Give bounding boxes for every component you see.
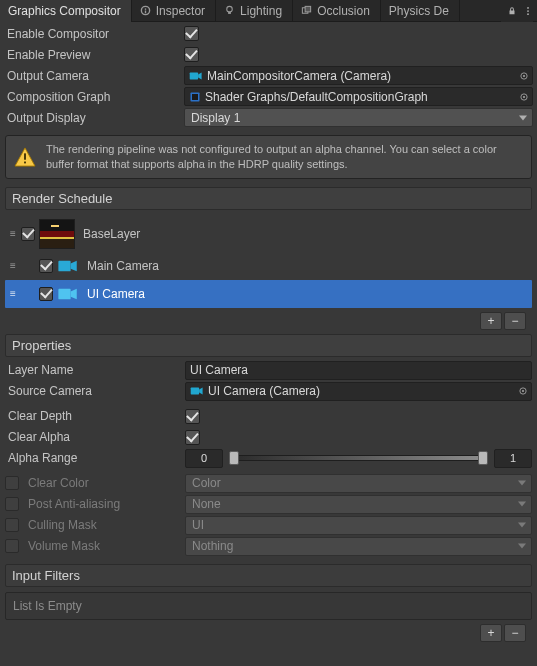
tab-label: Lighting [240, 4, 282, 18]
tab-graphics-compositor[interactable]: Graphics Compositor [0, 0, 132, 22]
layer-add-remove-bar: + − [5, 310, 532, 332]
clear-alpha-checkbox[interactable] [185, 430, 200, 445]
field-text: MainCompositorCamera (Camera) [207, 69, 391, 83]
svg-rect-14 [192, 94, 198, 100]
dropdown-value: Display 1 [191, 111, 240, 125]
chevron-down-icon [518, 502, 526, 507]
render-schedule-list: ≡ BaseLayer ≡ Main Camera ≡ UI Camera [0, 212, 537, 308]
camera-icon [57, 287, 79, 301]
object-picker-icon[interactable] [518, 386, 528, 396]
override-toggle[interactable] [5, 539, 19, 553]
alpha-range-max[interactable]: 1 [494, 449, 532, 468]
remove-filter-button[interactable]: − [504, 624, 526, 642]
section-title: Properties [12, 338, 71, 353]
source-camera-field[interactable]: UI Camera (Camera) [185, 382, 532, 401]
slider-track[interactable] [229, 455, 488, 461]
tab-label: Occlusion [317, 4, 370, 18]
tab-occlusion[interactable]: Occlusion [293, 0, 381, 22]
enable-compositor-checkbox[interactable] [184, 26, 199, 41]
properties-header: Properties [5, 334, 532, 357]
output-display-dropdown[interactable]: Display 1 [184, 108, 533, 127]
label: Alpha Range [5, 451, 185, 465]
camera-icon [190, 386, 204, 396]
dropdown-value: Color [192, 476, 221, 490]
row-composition-graph: Composition Graph Shader Graphs/DefaultC… [4, 87, 533, 106]
override-toggle[interactable] [5, 518, 19, 532]
row-output-camera: Output Camera MainCompositorCamera (Came… [4, 66, 533, 85]
output-camera-field[interactable]: MainCompositorCamera (Camera) [184, 66, 533, 85]
row-culling-mask: Culling Mask UI [5, 516, 532, 535]
object-picker-icon[interactable] [519, 71, 529, 81]
alpha-range-min[interactable]: 0 [185, 449, 223, 468]
lightbulb-icon [224, 5, 235, 16]
svg-point-7 [527, 7, 529, 9]
label: Clear Color [25, 476, 185, 490]
tab-inspector[interactable]: Inspector [132, 0, 216, 22]
svg-point-12 [523, 75, 525, 77]
row-post-aa: Post Anti-aliasing None [5, 495, 532, 514]
slider-thumb-max[interactable] [478, 451, 488, 465]
layer-enable-checkbox[interactable] [21, 227, 35, 241]
input-filters-list: List Is Empty [5, 592, 532, 620]
layer-enable-checkbox[interactable] [39, 259, 53, 273]
row-clear-depth: Clear Depth [5, 407, 532, 426]
plus-icon: + [487, 626, 494, 640]
volume-mask-dropdown[interactable]: Nothing [185, 537, 532, 556]
object-picker-icon[interactable] [519, 92, 529, 102]
tab-label: Physics De [389, 4, 449, 18]
tab-lighting[interactable]: Lighting [216, 0, 293, 22]
label: Volume Mask [25, 539, 185, 553]
row-alpha-range: Alpha Range 0 1 [5, 449, 532, 468]
warning-text: The rendering pipeline was not configure… [46, 142, 523, 172]
svg-rect-4 [228, 12, 231, 14]
alpha-range-slider[interactable]: 0 1 [185, 449, 532, 468]
svg-rect-1 [145, 8, 146, 9]
layer-row-ui-camera[interactable]: ≡ UI Camera [5, 280, 532, 308]
tab-physics-debugger[interactable]: Physics De [381, 0, 460, 22]
svg-rect-17 [24, 153, 26, 159]
post-aa-dropdown[interactable]: None [185, 495, 532, 514]
layer-name-input[interactable]: UI Camera [185, 361, 532, 380]
clear-depth-checkbox[interactable] [185, 409, 200, 424]
slider-thumb-min[interactable] [229, 451, 239, 465]
drag-handle-icon[interactable]: ≡ [7, 228, 19, 239]
layer-row-main-camera[interactable]: ≡ Main Camera [5, 252, 532, 280]
label: Layer Name [5, 363, 185, 377]
svg-point-16 [523, 96, 525, 98]
warning-box: The rendering pipeline was not configure… [5, 135, 532, 179]
label: Output Display [4, 111, 184, 125]
svg-rect-2 [145, 11, 146, 14]
override-toggle[interactable] [5, 497, 19, 511]
tab-label: Inspector [156, 4, 205, 18]
layer-enable-checkbox[interactable] [39, 287, 53, 301]
svg-point-3 [227, 6, 233, 12]
row-volume-mask: Volume Mask Nothing [5, 537, 532, 556]
layer-name: UI Camera [87, 287, 145, 301]
camera-icon [189, 71, 203, 81]
label: Composition Graph [4, 90, 184, 104]
clear-color-dropdown[interactable]: Color [185, 474, 532, 493]
add-filter-button[interactable]: + [480, 624, 502, 642]
remove-layer-button[interactable]: − [504, 312, 526, 330]
enable-preview-checkbox[interactable] [184, 47, 199, 62]
tab-bar-actions [501, 0, 533, 22]
label: Clear Alpha [5, 430, 185, 444]
layer-name: Main Camera [87, 259, 159, 273]
label: Post Anti-aliasing [25, 497, 185, 511]
svg-rect-6 [305, 6, 311, 12]
layer-row-base[interactable]: ≡ BaseLayer [5, 216, 532, 252]
row-clear-color: Clear Color Color [5, 474, 532, 493]
override-toggle[interactable] [5, 476, 19, 490]
layer-thumbnail [39, 219, 75, 249]
lock-icon[interactable] [507, 6, 517, 16]
svg-rect-20 [58, 288, 70, 299]
drag-handle-icon[interactable]: ≡ [7, 260, 19, 271]
drag-handle-icon[interactable]: ≡ [7, 288, 19, 299]
culling-mask-dropdown[interactable]: UI [185, 516, 532, 535]
svg-point-23 [522, 390, 524, 392]
row-source-camera: Source Camera UI Camera (Camera) [5, 382, 532, 401]
add-layer-button[interactable]: + [480, 312, 502, 330]
composition-graph-field[interactable]: Shader Graphs/DefaultCompositionGraph [184, 87, 533, 106]
context-menu-icon[interactable] [523, 6, 533, 16]
chevron-down-icon [519, 115, 527, 120]
